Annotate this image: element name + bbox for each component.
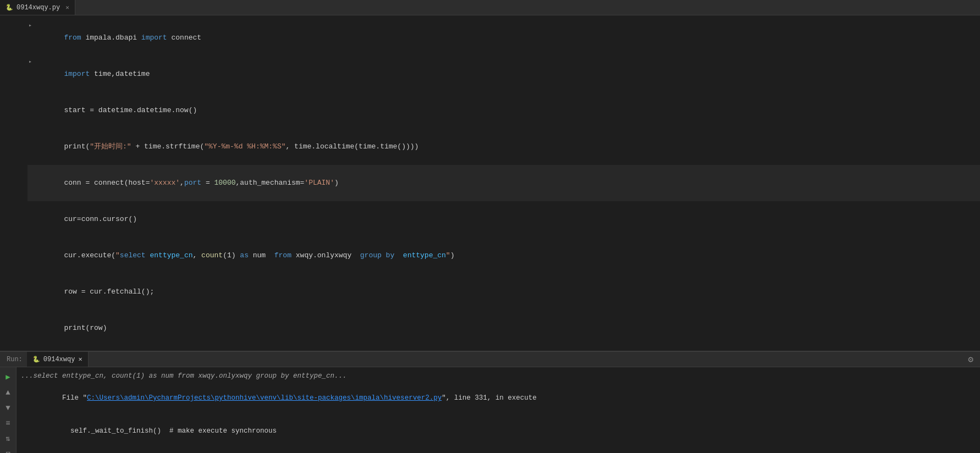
traceback-line-2: File "C:\Users\admin\PycharmProjects\pyt… [21,448,976,453]
sort-icon[interactable]: ⇅ [5,433,10,444]
editor-tab-bar: 🐍 0914xwqy.py ✕ [0,0,980,15]
code-line-7: cur.execute("select enttype_cn, count(1)… [27,237,980,274]
file-suffix: ", line 331, in execute [442,394,537,402]
sql-select: select [120,251,146,259]
run-tab-close[interactable]: ✕ [78,355,82,363]
run-label: Run: [2,356,27,363]
string-text: 'PLAIN' [304,179,334,187]
code-text: cur=conn.cursor() [64,215,137,223]
sql-from: from [274,251,291,259]
scroll-down-icon[interactable]: ▼ [5,402,10,413]
code-text: xwqy.onlyxwqy [291,251,360,259]
code-text: + time.strftime( [131,142,205,151]
python-file-icon: 🐍 [5,4,13,11]
file-link-1[interactable]: C:\Users\admin\PycharmProjects\pythonhiv… [87,394,442,402]
line-content-6: cur=conn.cursor() [27,201,137,237]
code-text: = [201,179,214,187]
string-text: "开始时间:" [90,142,131,151]
number-10000: 10000 [214,179,236,187]
code-text [394,251,403,259]
sql-count: count [201,251,223,259]
keyword-import: import [141,34,167,42]
code-text: connect [167,34,201,42]
code-text: , time.localtime(time.time()))) [286,142,419,151]
line-content-7: cur.execute("select enttype_cn, count(1)… [27,237,454,274]
collapse-icon[interactable]: ⊟ [5,449,10,453]
code-line-6: cur=conn.cursor() [27,201,980,237]
line-content-2: import time,datetime [27,56,150,92]
code-text: ,auth_mechanism= [236,179,305,187]
code-text: ) [334,179,339,187]
code-text: num [249,251,274,259]
sql-field: enttype_cn [150,251,192,259]
run-tab-bar: Run: 🐍 0914xwqy ✕ ⚙ [0,352,980,367]
code-text: time,datetime [90,70,150,78]
editor-tab[interactable]: 🐍 0914xwqy.py ✕ [0,0,75,15]
code-text: , [180,179,184,187]
code-line-2: ▸ import time,datetime [27,56,980,92]
code-text: row = cur.fetchall(); [64,288,154,296]
code-line-5: conn = connect(host='xxxxx',port = 10000… [27,165,980,201]
code-text: cur.execute( [64,251,115,259]
code-editor[interactable]: ▸ from impala.dbapi import connect ▸ imp… [0,15,980,352]
string-text: "%Y-%m-%d %H:%M:%S" [204,142,285,151]
file-prefix: File " [54,394,87,402]
code-lines-container: ▸ from impala.dbapi import connect ▸ imp… [0,15,980,351]
sql-field2: enttype_cn [403,251,446,259]
traceback-line-1: File "C:\Users\admin\PycharmProjects\pyt… [21,382,976,415]
code-line-8: row = cur.fetchall(); [27,274,980,310]
run-tab[interactable]: 🐍 0914xwqy ✕ [27,352,89,367]
code-text: print(row) [64,324,107,332]
line-content-3: start = datetime.datetime.now() [27,92,197,129]
run-icon[interactable]: ▶ [5,372,10,383]
scroll-up-icon[interactable]: ▲ [5,387,10,398]
sql-groupby: group by [360,251,394,259]
console-sidebar: ▶ ▲ ▼ ≡ ⇅ ⊟ 🗑 [0,367,16,453]
string-text: 'xxxxx' [150,179,180,187]
line-content-8: row = cur.fetchall(); [27,274,154,310]
truncated-output-line: ...select enttype_cn, count(1) as num fr… [21,371,976,382]
sql-as: as [240,251,249,259]
line-content-5: conn = connect(host='xxxxx',port = 10000… [27,165,339,201]
string-quote: " [115,251,120,259]
code-line-3: start = datetime.datetime.now() [27,92,980,129]
code-text: , [193,251,202,259]
run-panel: Run: 🐍 0914xwqy ✕ ⚙ ▶ ▲ ▼ ≡ ⇅ ⊟ 🗑 ...sel… [0,352,980,453]
code-line-4: print("开始时间:" + time.strftime("%Y-%m-%d … [27,129,980,165]
line-content-1: from impala.dbapi import connect [27,20,201,56]
python-run-icon: 🐍 [32,356,40,363]
run-tab-label: 0914xwqy [43,356,75,363]
code-line-1: ▸ from impala.dbapi import connect [27,20,980,56]
code-text: print( [64,142,90,151]
keyword-from: from [64,34,81,42]
fold-icon-2[interactable]: ▸ [29,56,32,68]
code-text: impala.dbapi [81,34,141,42]
settings-icon[interactable]: ⚙ [968,354,973,365]
fold-icon-1[interactable]: ▸ [29,20,32,32]
keyword-import: import [64,70,90,78]
code-text: start = datetime.datetime.now() [64,106,197,114]
line-content-9: print(row) [27,310,107,346]
editor-tab-close[interactable]: ✕ [65,4,69,11]
code-text: (1) [223,251,240,259]
keyword-port: port [184,179,201,187]
string-quote2: " [446,251,450,259]
code-line-9: print(row) [27,310,980,346]
code-context-1: self._wait_to_finish() # make execute sy… [21,415,976,448]
code-text: conn = connect(host= [64,179,150,187]
wrap-icon[interactable]: ≡ [5,418,10,429]
editor-tab-label: 0914xwqy.py [16,4,60,12]
console-area: ▶ ▲ ▼ ≡ ⇅ ⊟ 🗑 ...select enttype_cn, coun… [0,367,980,453]
line-content-4: print("开始时间:" + time.strftime("%Y-%m-%d … [27,129,419,165]
console-output[interactable]: ...select enttype_cn, count(1) as num fr… [16,367,980,453]
code-text: ) [450,251,455,259]
